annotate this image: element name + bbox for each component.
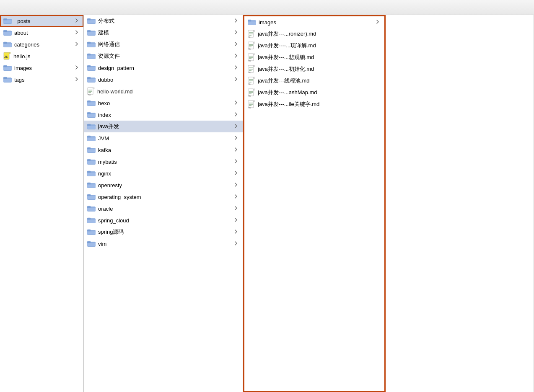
svg-text:Md: Md [249,95,251,97]
list-item[interactable]: spring源码 [84,226,243,238]
svg-rect-47 [87,54,91,56]
folder-icon [87,29,96,36]
list-item[interactable]: java并发 [84,121,243,132]
chevron-right-icon [234,30,239,36]
list-item[interactable]: 网络通信 [84,39,243,50]
chevron-right-icon [234,18,239,24]
svg-rect-126 [87,243,96,246]
file-md-icon: Md [87,87,95,95]
svg-text:Md: Md [249,36,251,39]
list-item[interactable]: openresty [84,179,243,191]
svg-rect-171 [254,101,255,102]
list-item[interactable]: index [84,109,243,121]
svg-rect-81 [87,137,96,141]
file-md-icon: Md [248,100,255,108]
folder-icon [87,100,96,106]
item-label: spring_cloud [98,217,234,224]
svg-rect-32 [87,19,91,21]
svg-rect-91 [87,161,96,164]
list-item[interactable]: 建模 [84,27,243,39]
column-3: images Md java并发---...ronizer).md Md jav… [243,15,386,392]
list-item[interactable]: about [0,27,83,39]
item-label: hexo [98,100,234,106]
item-label: java并发----...现详解.md [258,42,381,49]
list-item[interactable]: Md java并发---...ile关键字.md [244,98,384,110]
list-item[interactable]: kafka [84,144,243,156]
chevron-right-icon [234,229,239,235]
list-item[interactable]: tags [0,74,83,85]
svg-rect-131 [248,21,256,25]
chevron-right-icon [234,65,239,71]
svg-rect-55 [87,79,96,82]
list-item[interactable]: vim [84,238,243,250]
folder-icon [87,123,96,130]
chevron-right-icon [75,65,80,71]
item-label: categories [14,41,75,48]
svg-rect-93 [87,160,91,161]
svg-rect-106 [87,196,96,199]
list-item[interactable]: Md java并发---...悲观锁.md [244,52,384,63]
list-item[interactable]: images [0,62,83,74]
item-label: dubbo [98,77,234,83]
chevron-right-icon [75,30,80,36]
svg-rect-66 [87,102,96,106]
list-item[interactable]: Md java并发----...现详解.md [244,40,384,52]
chevron-right-icon [234,159,239,165]
svg-rect-27 [3,77,7,79]
list-item[interactable]: 分布式 [84,15,243,27]
list-item[interactable]: nginx [84,168,243,179]
list-item[interactable]: Md java并发---...初始化.md [244,63,384,75]
file-md-icon: Md [248,30,255,38]
list-item[interactable]: Md java并发---线程池.md [244,75,384,87]
list-item[interactable]: hexo [84,97,243,109]
chevron-right-icon [234,112,239,118]
folder-icon [87,53,96,59]
item-label: vim [98,241,234,247]
svg-text:Md: Md [249,83,251,85]
list-item[interactable]: operating_system [84,191,243,203]
item-label: java并发---...ashMap.md [258,89,381,96]
item-label: hello.js [13,53,80,59]
svg-rect-30 [87,20,96,23]
svg-rect-2 [3,20,12,23]
folder-icon [87,170,96,177]
svg-text:Md: Md [249,59,251,62]
svg-rect-111 [87,208,96,211]
svg-rect-76 [87,126,96,129]
list-item[interactable]: oracle [84,203,243,214]
svg-rect-165 [254,89,255,90]
svg-rect-50 [87,67,96,70]
list-item[interactable]: Md java并发---...ashMap.md [244,87,384,98]
folder-icon [87,182,96,188]
item-label: 建模 [98,29,234,36]
folder-icon [248,19,256,26]
list-item[interactable]: dubbo [84,74,243,85]
chevron-right-icon [234,206,239,211]
file-md-icon: Md [248,88,255,97]
list-item[interactable]: Md hello-world.md [84,85,243,97]
list-item[interactable]: _posts [0,15,83,27]
list-item[interactable]: JVM [84,132,243,144]
list-item[interactable]: JS hello.js [0,50,83,62]
list-item[interactable]: spring_cloud [84,214,243,226]
svg-text:Md: Md [249,71,251,74]
list-item[interactable]: Md java并发---...ronizer).md [244,28,384,40]
chevron-right-icon [234,194,239,200]
toolbar [0,0,534,15]
list-item[interactable]: images [244,16,384,28]
folder-icon [87,135,96,142]
folder-icon [3,41,12,48]
list-item[interactable]: design_pattern [84,62,243,74]
list-item[interactable]: 资源文件 [84,50,243,62]
svg-rect-7 [3,32,12,35]
item-label: JVM [98,135,234,142]
svg-rect-68 [87,101,91,103]
svg-rect-71 [87,114,96,117]
chevron-right-icon [75,41,80,47]
svg-rect-35 [87,32,96,35]
svg-rect-78 [87,124,91,126]
svg-rect-113 [87,206,91,208]
list-item[interactable]: mybatis [84,156,243,168]
item-label: java并发 [98,123,234,130]
list-item[interactable]: categories [0,39,83,50]
